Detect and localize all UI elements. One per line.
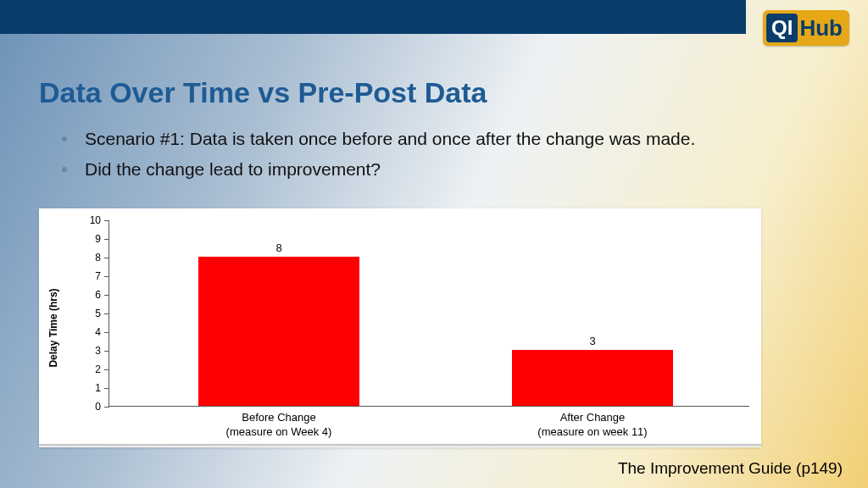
y-tick-label: 9 <box>81 233 101 245</box>
y-tick-label: 3 <box>81 345 101 357</box>
y-tick-label: 6 <box>81 289 101 301</box>
y-tick <box>104 276 109 277</box>
header-bar <box>0 0 746 34</box>
y-tick <box>104 220 109 221</box>
y-tick <box>104 332 109 333</box>
bar-value-label: 3 <box>512 335 673 347</box>
citation: The Improvement Guide (p149) <box>618 459 843 478</box>
y-tick-label: 4 <box>81 326 101 338</box>
y-tick <box>104 239 109 240</box>
y-tick-label: 7 <box>81 270 101 282</box>
bar: 3 <box>512 350 673 406</box>
y-tick <box>104 369 109 370</box>
slide: QIHub Data Over Time vs Pre-Post Data Sc… <box>0 0 868 488</box>
y-tick <box>104 388 109 389</box>
bullet-item: Scenario #1: Data is taken once before a… <box>61 127 817 151</box>
y-tick <box>104 258 109 258</box>
logo-qi-text: QI <box>766 14 798 42</box>
category-label: Before Change(measure on Week 4) <box>177 406 381 440</box>
qihub-logo: QIHub <box>763 10 849 46</box>
y-tick-label: 8 <box>81 252 101 263</box>
bullet-list: Scenario #1: Data is taken once before a… <box>61 127 817 189</box>
bar-value-label: 8 <box>198 241 359 254</box>
slide-title: Data Over Time vs Pre-Post Data <box>39 76 487 109</box>
y-tick <box>104 407 109 408</box>
y-tick-label: 10 <box>81 214 101 226</box>
logo-hub-text: Hub <box>799 15 843 42</box>
y-axis-label: Delay Time (hrs) <box>47 288 59 367</box>
y-tick-label: 5 <box>81 308 101 319</box>
plot-area: 0123456789108Before Change(measure on We… <box>108 220 749 407</box>
y-tick <box>104 313 109 314</box>
y-tick-label: 0 <box>81 401 101 413</box>
bar-chart: Delay Time (hrs) 0123456789108Before Cha… <box>39 208 761 447</box>
y-tick-label: 2 <box>81 363 101 375</box>
y-tick <box>104 295 109 296</box>
divider <box>39 444 761 446</box>
y-tick-label: 1 <box>81 382 101 394</box>
bullet-item: Did the change lead to improvement? <box>61 158 817 181</box>
y-tick <box>104 351 109 352</box>
bar: 8 <box>198 257 359 406</box>
category-label: After Change(measure on week 11) <box>491 406 694 440</box>
